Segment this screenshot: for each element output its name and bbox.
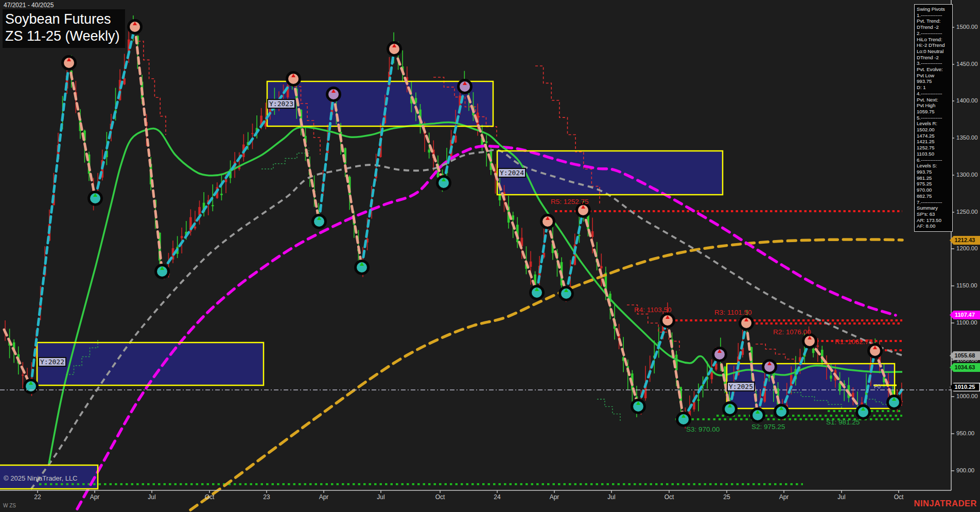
pivot-low-marker[interactable] xyxy=(313,215,326,228)
swing-leg xyxy=(684,354,720,419)
swing-pivots-panel-line: HiLo Trend: xyxy=(917,37,952,43)
swing-pivots-panel-line: 882.75 xyxy=(917,193,952,199)
pivot-high-marker[interactable] xyxy=(287,73,300,86)
time-axis-label: Apr xyxy=(90,493,100,501)
price-axis-label: 1100.00 xyxy=(956,319,977,326)
pivot-low-marker[interactable] xyxy=(531,286,544,299)
pivot-high-marker[interactable] xyxy=(459,80,471,93)
time-axis-label: 22 xyxy=(34,493,41,501)
pivot-high-marker[interactable] xyxy=(577,204,590,217)
pivot-high-marker[interactable] xyxy=(763,361,776,373)
price-axis-tag: 1010.25 xyxy=(950,383,980,391)
year-box-label[interactable]: Y:2024 xyxy=(498,168,526,178)
swing-pivots-panel-line: AR: 173.50 xyxy=(917,217,952,224)
swing-pivots-panel-line: Lo:0 Neutral xyxy=(917,48,952,55)
swing-pivots-panel-line: 993.75 xyxy=(917,169,952,175)
copyright-watermark: © 2025 NinjaTrader, LLC xyxy=(4,474,78,482)
swing-pivots-panel-line: Pvt. Evolve: xyxy=(917,66,952,73)
support-label: S1: 981.25 xyxy=(826,418,860,426)
swing-pivots-panel-line: Levels S: xyxy=(917,163,952,169)
ma-gray xyxy=(31,150,902,489)
swing-pivots-panel-line: Pvt High xyxy=(917,103,952,109)
support-label: S3: 970.00 xyxy=(686,425,720,433)
swing-leg xyxy=(69,63,95,198)
pivot-high-marker[interactable] xyxy=(327,88,340,101)
swing-pivots-panel-line: 1.------------- xyxy=(917,12,952,19)
price-axis-tag: 1212.43 xyxy=(950,236,980,245)
swing-pivots-panel-line: 3.------------- xyxy=(917,60,952,66)
swing-pivots-panel-line: Hi:-2 DTrend xyxy=(917,42,952,48)
pivot-high-marker[interactable] xyxy=(541,215,554,228)
pivot-low-marker[interactable] xyxy=(677,413,690,426)
pivot-low-marker[interactable] xyxy=(560,287,573,300)
swing-pivots-panel-line: Pvt. Trend: xyxy=(917,18,952,24)
pivot-high-marker[interactable] xyxy=(388,43,401,56)
time-axis-label: Apr xyxy=(779,493,789,501)
resistance-label: R1: 1062.75 xyxy=(835,338,873,346)
pivot-low-marker[interactable] xyxy=(356,261,369,274)
pivot-low-marker[interactable] xyxy=(632,400,645,413)
swing-leg xyxy=(638,320,668,406)
resistance-label: R3: 1101.50 xyxy=(714,309,752,316)
price-axis-label: 1400.00 xyxy=(956,97,978,104)
pivot-high-marker[interactable] xyxy=(740,317,753,330)
pivot-low-marker[interactable] xyxy=(888,396,901,409)
year-box-label[interactable]: Y:2022 xyxy=(38,357,66,367)
time-axis-label: Apr xyxy=(319,493,329,501)
pivot-high-marker[interactable] xyxy=(869,345,882,357)
pivot-high-marker[interactable] xyxy=(129,21,142,33)
year-box-label[interactable]: Y:2025 xyxy=(727,382,755,391)
time-axis-label: Apr xyxy=(550,493,559,501)
pivot-high-marker[interactable] xyxy=(803,335,816,348)
time-axis-label: Jul xyxy=(148,493,155,501)
pivot-low-marker[interactable] xyxy=(775,405,788,418)
swing-pivots-panel-line: 2.------------- xyxy=(917,30,952,37)
time-axis-label: Oct xyxy=(894,493,904,501)
swing-pivots-panel-line: AF: 8.00 xyxy=(917,223,952,229)
time-axis-label: Oct xyxy=(664,493,674,501)
swing-pivots-panel-line: 4.------------- xyxy=(917,91,952,97)
swing-leg xyxy=(95,27,135,198)
ninjatrader-chart-window: 47/2021 - 40/2025 Soybean Futures ZS 11-… xyxy=(0,0,980,512)
swing-pivots-panel-line: 981.25 xyxy=(917,175,952,181)
pivot-low-marker[interactable] xyxy=(156,265,169,278)
pivot-high-marker[interactable] xyxy=(661,314,674,327)
swing-leg xyxy=(566,210,583,294)
swing-pivots-panel-line: 1421.25 xyxy=(917,139,952,145)
price-axis-label: 900.00 xyxy=(956,467,974,473)
swing-pivots-panel-line: 1502.00 xyxy=(917,127,952,133)
pivot-low-marker[interactable] xyxy=(437,177,450,190)
contract-name: ZS 11-25 (Weekly) xyxy=(5,28,120,45)
price-axis-tag: 1034.63 xyxy=(950,363,980,372)
swing-pivots-panel-line: SP's: 63 xyxy=(917,211,952,217)
swing-leg xyxy=(548,221,566,294)
swing-pivots-panel-line: Swing Pivots xyxy=(917,6,952,12)
swing-leg xyxy=(583,210,638,406)
year-pivot-box xyxy=(37,343,264,385)
pivot-high-marker[interactable] xyxy=(63,57,76,70)
pivot-low-marker[interactable] xyxy=(25,380,38,393)
year-box-label[interactable]: Y:2023 xyxy=(267,99,295,109)
price-axis-label: 1350.00 xyxy=(956,134,978,141)
pivot-low-marker[interactable] xyxy=(89,192,102,205)
price-chart-canvas[interactable] xyxy=(0,0,980,512)
swing-pivots-panel-line: 5.------------- xyxy=(917,115,952,121)
swing-leg xyxy=(537,221,548,293)
resistance-label: R2: 1076.00 xyxy=(773,328,811,336)
time-axis-label: Oct xyxy=(205,493,215,501)
pivot-low-marker[interactable] xyxy=(857,406,870,419)
pivot-low-marker[interactable] xyxy=(724,403,737,416)
price-axis-label: 1000.00 xyxy=(956,393,978,399)
swing-pivots-panel-line: Pvt Low xyxy=(917,73,952,79)
time-axis-label: Jul xyxy=(837,493,845,501)
time-axis-label: Jul xyxy=(607,493,615,501)
swing-pivots-panel-line: 970.00 xyxy=(917,187,952,193)
swing-pivots-panel-line: 993.75 xyxy=(917,78,952,84)
time-axis-label: Jul xyxy=(377,493,384,501)
price-axis-label: 1500.00 xyxy=(956,24,978,30)
price-axis-label: 1150.00 xyxy=(956,282,977,288)
pivot-high-marker[interactable] xyxy=(713,348,726,361)
pivot-trail-green xyxy=(597,399,620,421)
pivot-low-marker[interactable] xyxy=(751,409,764,422)
current-pivot-label: F0 xyxy=(874,383,881,389)
